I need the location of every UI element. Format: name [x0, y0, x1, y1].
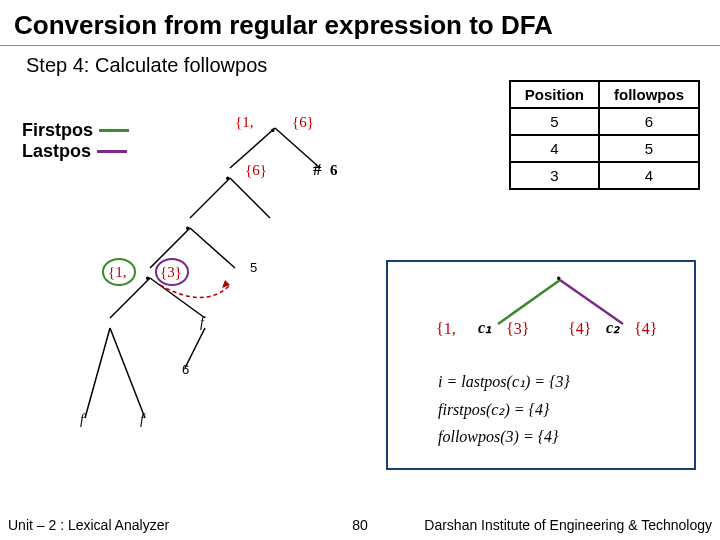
followpos-derivation-box: . {1, c₁ {3} {4} c₂ {4} i = lastpos(c₁) … [386, 260, 696, 470]
node4-op: . [145, 268, 151, 278]
followpos-table: Position followpos 5 6 4 5 3 4 [509, 80, 700, 190]
footer: Unit – 2 : Lexical Analyzer 80 Darshan I… [0, 510, 720, 540]
node2-op: . [225, 168, 231, 178]
footer-institute: Darshan Institute of Engineering & Techn… [424, 517, 720, 533]
table-row: 3 4 [510, 162, 699, 189]
lastpos-circle-icon [155, 258, 189, 286]
mini-eq1: i = lastpos(c₁) = {3} [438, 372, 570, 391]
mini-c1-label: c₁ [478, 318, 491, 337]
mini-c2-label: c₂ [606, 318, 619, 337]
mini-root-dot: . [556, 268, 562, 278]
node3-op: . [185, 218, 191, 228]
table-row: 4 5 [510, 135, 699, 162]
leaf-5-num: 5 [250, 260, 257, 275]
followpos-header-position: Position [510, 81, 599, 108]
leaf-f1: f [80, 412, 84, 428]
mini-c2-lp: {4} [634, 320, 657, 338]
mini-c1-lp: {3} [506, 320, 529, 338]
leaf-f: f [200, 315, 204, 331]
svg-line-9 [85, 328, 110, 418]
table-row: 5 6 [510, 108, 699, 135]
footer-unit: Unit – 2 : Lexical Analyzer [0, 517, 169, 533]
svg-line-10 [110, 328, 145, 418]
root-op: . [270, 120, 276, 130]
hash-num: 6 [330, 162, 338, 179]
svg-line-5 [190, 228, 235, 268]
hash-leaf: # [313, 160, 322, 180]
svg-line-2 [190, 178, 230, 218]
mini-c1-fp: {1, [436, 320, 456, 338]
root-lastpos: {6} [292, 114, 314, 131]
mini-eq3: followpos(3) = {4} [438, 428, 558, 446]
leaf-6-num: 6 [182, 362, 189, 377]
page-title: Conversion from regular expression to DF… [0, 0, 720, 46]
svg-line-3 [230, 178, 270, 218]
leaf-f2: f [140, 412, 144, 428]
step-heading: Step 4: Calculate followpos [0, 46, 720, 77]
node2-lastpos: {6} [245, 162, 267, 179]
followpos-header-followpos: followpos [599, 81, 699, 108]
footer-page-number: 80 [330, 517, 390, 533]
firstpos-circle-icon [102, 258, 136, 286]
svg-marker-11 [222, 280, 230, 288]
mini-eq2: firstpos(c₂) = {4} [438, 400, 549, 419]
mini-c2-fp: {4} [568, 320, 591, 338]
svg-line-12 [498, 280, 560, 324]
root-firstpos: {1, [235, 114, 253, 131]
